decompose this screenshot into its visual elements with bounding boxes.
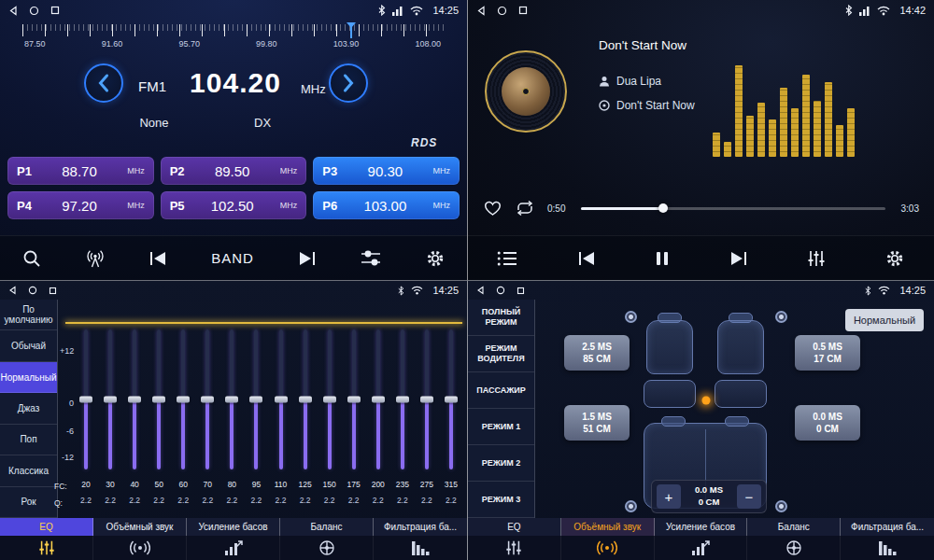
- eq-preset[interactable]: По умолчанию: [0, 300, 57, 330]
- playlist-button[interactable]: [497, 250, 517, 267]
- radio-preset[interactable]: P2 89.50 MHz: [161, 157, 307, 185]
- radio-preset[interactable]: P6 103.00 MHz: [313, 191, 460, 219]
- eq-band-knob[interactable]: [104, 397, 117, 403]
- next-track-button[interactable]: [729, 250, 749, 267]
- bluetooth-icon: [864, 286, 871, 296]
- tab-filter[interactable]: Фильтрация ба...: [374, 518, 467, 560]
- tab-bass-boost[interactable]: Усиление басов: [187, 518, 280, 560]
- radio-preset[interactable]: P5 102.50 MHz: [161, 191, 307, 219]
- previous-station-button[interactable]: [148, 250, 168, 267]
- eq-band-slider[interactable]: [84, 329, 88, 469]
- eq-band-slider[interactable]: [108, 329, 112, 469]
- repeat-button[interactable]: [515, 200, 535, 217]
- delay-decrease-button[interactable]: −: [737, 484, 761, 509]
- eq-band-knob[interactable]: [420, 397, 433, 403]
- tab-eq[interactable]: EQ: [468, 518, 561, 560]
- settings-button[interactable]: [425, 248, 446, 269]
- eq-band-slider[interactable]: [133, 329, 136, 469]
- tab-balance[interactable]: Баланс: [747, 518, 841, 560]
- nav-back-icon[interactable]: [8, 6, 18, 16]
- tab-surround[interactable]: Объёмный звук: [561, 518, 655, 560]
- listening-mode[interactable]: РЕЖИМ 1: [468, 409, 534, 445]
- tab-bass-boost[interactable]: Усиление басов: [655, 518, 748, 560]
- tab-surround[interactable]: Объёмный звук: [93, 518, 187, 560]
- eq-preset[interactable]: Поп: [0, 425, 57, 455]
- radio-preset[interactable]: P3 90.30 MHz: [313, 157, 460, 185]
- eq-band-knob[interactable]: [79, 397, 92, 403]
- eq-band-slider[interactable]: [205, 329, 209, 469]
- tune-up-button[interactable]: [329, 63, 368, 103]
- nav-home-icon[interactable]: [28, 286, 37, 295]
- nav-recents-icon[interactable]: [49, 287, 57, 295]
- eq-band-knob[interactable]: [177, 397, 190, 403]
- nav-recents-icon[interactable]: [517, 287, 525, 295]
- delay-increase-button[interactable]: +: [657, 484, 681, 509]
- eq-band-knob[interactable]: [396, 397, 409, 403]
- eq-band-slider[interactable]: [181, 329, 185, 469]
- equalizer-button[interactable]: [807, 249, 826, 268]
- eq-band-slider[interactable]: [449, 329, 453, 469]
- broadcast-button[interactable]: [85, 248, 106, 269]
- eq-band-knob[interactable]: [299, 397, 312, 403]
- eq-preset[interactable]: Нормальный: [0, 362, 57, 393]
- eq-band-slider[interactable]: [304, 329, 307, 469]
- previous-track-button[interactable]: [576, 250, 597, 267]
- eq-band-knob[interactable]: [372, 397, 385, 403]
- nav-home-icon[interactable]: [29, 6, 39, 16]
- eq-preset[interactable]: Джаз: [0, 393, 57, 424]
- nav-home-icon[interactable]: [497, 6, 507, 16]
- tab-balance[interactable]: Баланс: [280, 518, 374, 560]
- nav-home-icon[interactable]: [496, 286, 505, 295]
- tune-down-button[interactable]: [84, 63, 123, 103]
- settings-button[interactable]: [884, 248, 905, 269]
- nav-back-icon[interactable]: [476, 286, 485, 295]
- eq-preset[interactable]: Рок: [0, 487, 57, 518]
- eq-band-frequency: 150: [323, 480, 336, 489]
- progress-track[interactable]: [581, 207, 884, 210]
- listening-mode[interactable]: РЕЖИМ ВОДИТЕЛЯ: [468, 336, 534, 372]
- eq-band-slider[interactable]: [279, 329, 283, 469]
- eq-band-slider[interactable]: [254, 329, 258, 469]
- eq-band-knob[interactable]: [347, 397, 361, 403]
- eq-band-knob[interactable]: [201, 397, 214, 403]
- radio-preset[interactable]: P1 88.70 MHz: [7, 157, 154, 185]
- eq-band-slider[interactable]: [352, 329, 356, 469]
- nav-recents-icon[interactable]: [50, 6, 60, 15]
- eq-band-knob[interactable]: [323, 397, 336, 403]
- band-button[interactable]: BAND: [211, 250, 254, 266]
- eq-band-slider[interactable]: [230, 329, 234, 469]
- eq-band-slider[interactable]: [376, 329, 380, 469]
- eq-band-slider[interactable]: [328, 329, 332, 469]
- eq-band-slider[interactable]: [157, 329, 161, 469]
- audio-settings-button[interactable]: [360, 249, 382, 268]
- eq-band-slider[interactable]: [425, 329, 429, 469]
- sound-profile-button[interactable]: Нормальный: [845, 309, 924, 331]
- eq-preset[interactable]: Классика: [0, 455, 57, 486]
- center-delay-control: + 0.0 MS 0 CM −: [651, 480, 767, 513]
- eq-band-knob[interactable]: [445, 397, 458, 403]
- nav-back-icon[interactable]: [8, 286, 17, 295]
- search-button[interactable]: [21, 248, 42, 269]
- eq-band-knob[interactable]: [128, 397, 141, 403]
- pause-button[interactable]: [655, 250, 670, 267]
- listening-mode[interactable]: РЕЖИМ 3: [468, 482, 534, 518]
- eq-band-knob[interactable]: [225, 397, 238, 403]
- eq-band-knob[interactable]: [152, 397, 165, 403]
- tab-eq[interactable]: EQ: [0, 518, 93, 560]
- radio-preset[interactable]: P4 97.20 MHz: [7, 191, 154, 219]
- favorite-button[interactable]: [483, 200, 502, 217]
- listening-mode[interactable]: ПОЛНЫЙ РЕЖИМ: [468, 300, 534, 336]
- tab-label: Баланс: [747, 518, 841, 536]
- preset-unit: MHz: [433, 166, 451, 175]
- next-station-button[interactable]: [297, 250, 318, 267]
- eq-band-knob[interactable]: [249, 397, 262, 403]
- progress-knob[interactable]: [658, 203, 668, 213]
- eq-band-knob[interactable]: [275, 397, 288, 403]
- listening-mode[interactable]: ПАССАЖИР: [468, 372, 534, 409]
- listening-mode[interactable]: РЕЖИМ 2: [468, 445, 534, 482]
- eq-preset[interactable]: Обычай: [0, 330, 57, 361]
- eq-band-slider[interactable]: [401, 329, 404, 469]
- tab-filter[interactable]: Фильтрация ба...: [841, 518, 934, 560]
- nav-back-icon[interactable]: [476, 6, 486, 16]
- nav-recents-icon[interactable]: [518, 6, 528, 15]
